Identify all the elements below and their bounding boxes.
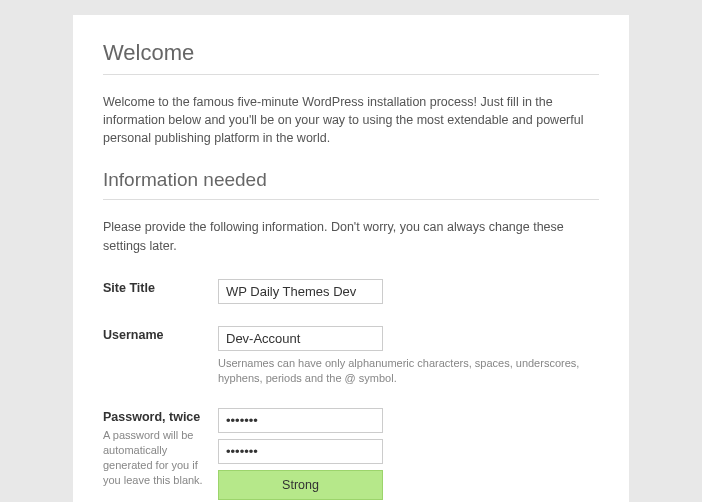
- password-strength-indicator: Strong: [218, 470, 383, 500]
- password-input-1[interactable]: [218, 408, 383, 433]
- password-label-hint: A password will be automatically generat…: [103, 428, 212, 487]
- password-label: Password, twice: [103, 410, 200, 424]
- username-hint: Usernames can have only alphanumeric cha…: [218, 356, 599, 387]
- username-label: Username: [103, 328, 163, 342]
- welcome-intro-text: Welcome to the famous five-minute WordPr…: [103, 93, 599, 147]
- install-card: Welcome Welcome to the famous five-minut…: [73, 15, 629, 502]
- welcome-heading: Welcome: [103, 40, 599, 66]
- site-title-input[interactable]: [218, 279, 383, 304]
- username-input[interactable]: [218, 326, 383, 351]
- password-input-2[interactable]: [218, 439, 383, 464]
- info-needed-subtext: Please provide the following information…: [103, 218, 599, 254]
- divider: [103, 199, 599, 200]
- divider: [103, 74, 599, 75]
- info-needed-heading: Information needed: [103, 169, 599, 191]
- install-form: Site Title Username Usernames can have o…: [103, 273, 599, 502]
- site-title-label: Site Title: [103, 281, 155, 295]
